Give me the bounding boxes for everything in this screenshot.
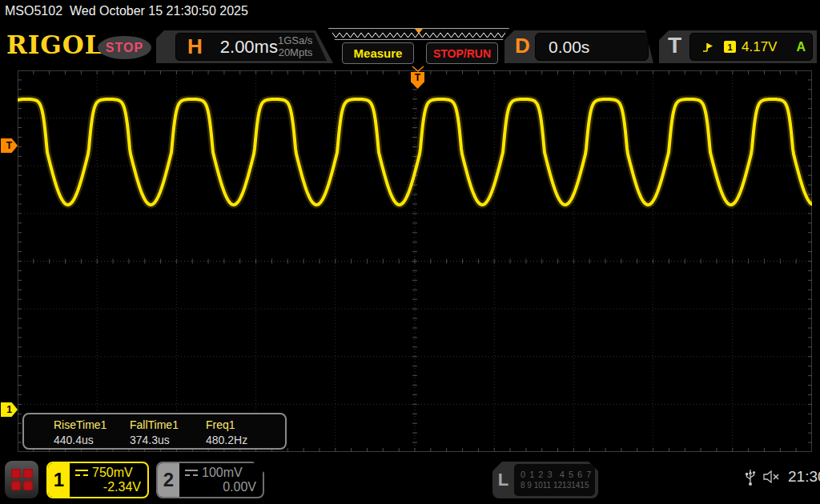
measurement-name: RiseTime1: [54, 418, 130, 431]
measurement-name: FallTime1: [130, 418, 206, 431]
channel-2-values: 100mV 0.00V: [179, 463, 263, 497]
channel-2-scale: 100mV: [202, 466, 243, 480]
oscilloscope-screen: MSO5102 Wed October 15 21:30:50 2025 RIG…: [0, 0, 820, 504]
trigger-display: 1 4.17V A: [689, 33, 813, 61]
menu-grid-icon: [11, 469, 33, 490]
channel-2-offset: 0.00V: [185, 480, 256, 494]
channel-1-scale: 750mV: [92, 466, 133, 480]
logic-channels-0-7: 0 1 2 3 4 5 6 7: [521, 470, 595, 480]
measurement-item: RiseTime1 440.4us: [54, 418, 130, 448]
measurement-results-box[interactable]: RiseTime1 440.4us FallTime1 374.3us Freq…: [22, 413, 287, 450]
delay-display: 0.00s: [535, 33, 649, 61]
memory-depth: 20Mpts: [279, 46, 313, 58]
horizontal-display: H 2.00ms 1GSa/s 20Mpts: [175, 33, 327, 61]
logic-analyzer-status[interactable]: L 0 1 2 3 4 5 6 7 8 9 1011 12131415: [492, 462, 598, 498]
horizontal-panel[interactable]: H 2.00ms 1GSa/s 20Mpts: [156, 30, 333, 63]
waveform-overview-strip[interactable]: [328, 28, 509, 40]
waveform-display[interactable]: [18, 70, 812, 452]
usb-icon: [745, 466, 756, 486]
main-menu-button[interactable]: [5, 461, 38, 498]
trigger-level-value: 4.17V: [742, 39, 777, 55]
timebase-value: 2.00ms: [220, 37, 278, 58]
measurement-item: FallTime1 374.3us: [130, 418, 206, 448]
delay-panel[interactable]: D 0.00s: [504, 30, 653, 63]
logic-channels-8-15: 8 9 1011 12131415: [521, 480, 595, 490]
logic-analyzer-label: L: [492, 462, 514, 498]
delay-value: 0.00s: [549, 38, 589, 57]
status-tray: 21:30: [745, 466, 820, 486]
channel-2-status[interactable]: 2 100mV 0.00V: [156, 462, 264, 498]
sample-rate: 1GSa/s: [278, 34, 312, 46]
delay-label: D: [515, 34, 530, 58]
measurement-item: Freq1 480.2Hz: [206, 418, 282, 448]
model-and-datetime: MSO5102 Wed October 15 21:30:50 2025: [5, 4, 248, 18]
measure-button[interactable]: Measure: [342, 42, 414, 64]
measurement-value: 480.2Hz: [206, 434, 282, 446]
channel-1-values: 750mV -2.34V: [70, 463, 147, 497]
stop-run-button[interactable]: STOP/RUN: [426, 42, 498, 64]
clock: 21:30: [788, 468, 820, 486]
logic-channel-list: 0 1 2 3 4 5 6 7 8 9 1011 12131415: [514, 464, 595, 496]
channel-1-status[interactable]: 1 750mV -2.34V: [46, 462, 149, 498]
overview-trigger-position-icon: [415, 29, 423, 34]
rigol-logo: RIGOL: [6, 30, 103, 59]
trigger-label: T: [668, 33, 681, 58]
acquisition-status-badge: STOP: [98, 36, 151, 59]
graticule-and-trace: [18, 70, 812, 452]
trigger-position-chevron-icon: [412, 66, 424, 72]
trigger-panel[interactable]: T 1 4.17V A: [659, 30, 817, 63]
sample-rate-and-depth: 1GSa/s 20Mpts: [278, 35, 312, 58]
trigger-level-marker[interactable]: T: [1, 138, 18, 153]
trigger-mode: A: [796, 40, 806, 54]
channel-1-number: 1: [48, 463, 70, 497]
measurement-value: 374.3us: [130, 434, 206, 446]
speaker-mute-icon: [762, 469, 783, 485]
trigger-source-badge: 1: [724, 41, 736, 53]
dc-coupling-icon: [75, 470, 88, 477]
horizontal-label: H: [187, 34, 203, 59]
channel-1-offset: -2.34V: [75, 480, 141, 494]
measurement-value: 440.4us: [54, 434, 130, 446]
measurement-name: Freq1: [206, 418, 282, 431]
dc-coupling-icon: [185, 470, 198, 477]
channel-2-number: 2: [158, 463, 179, 497]
channel1-ground-marker[interactable]: 1: [1, 402, 18, 417]
rising-edge-trigger-icon: [701, 41, 714, 54]
